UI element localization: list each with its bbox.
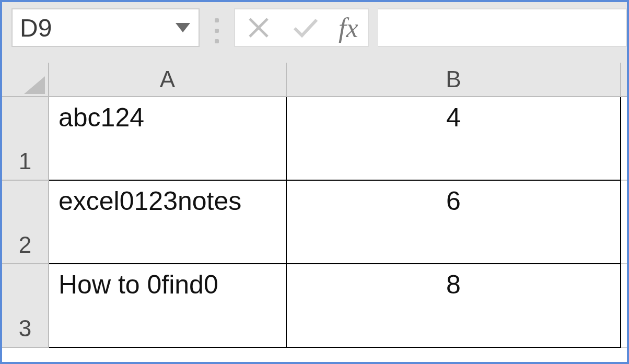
cell-C2[interactable]: [621, 181, 627, 264]
cancel-icon: [248, 17, 270, 39]
name-box-dropdown[interactable]: [167, 9, 199, 46]
cancel-button[interactable]: [235, 9, 282, 46]
cell-C3[interactable]: [621, 264, 627, 348]
cell-B2[interactable]: 6: [287, 181, 621, 264]
enter-button[interactable]: [282, 9, 329, 46]
name-box-input[interactable]: [13, 9, 167, 46]
select-all-triangle-icon: [24, 76, 45, 94]
insert-function-button[interactable]: fx: [329, 9, 368, 46]
svg-marker-3: [24, 76, 45, 94]
spreadsheet-grid: A B 1 abc124 4 2 excel0123notes 6 3 How …: [2, 63, 627, 348]
cell-A1[interactable]: abc124: [49, 97, 287, 181]
svg-marker-0: [176, 23, 190, 32]
cell-B1[interactable]: 4: [287, 97, 621, 181]
app-inner: fx A B 1 abc124 4 2 excel0123notes 6: [2, 2, 627, 348]
formula-bar-row: fx: [2, 8, 627, 53]
row-header-1[interactable]: 1: [2, 97, 49, 181]
column-header-A[interactable]: A: [49, 63, 287, 97]
column-header-next[interactable]: [621, 63, 627, 97]
cell-A2[interactable]: excel0123notes: [49, 181, 287, 264]
formula-bar-buttons: fx: [234, 8, 369, 47]
formula-bar-drag-handle[interactable]: [209, 8, 225, 53]
check-icon: [293, 17, 319, 39]
app-frame: fx A B 1 abc124 4 2 excel0123notes 6: [0, 0, 629, 364]
column-header-B[interactable]: B: [287, 63, 621, 97]
chevron-down-icon: [176, 23, 190, 32]
cell-A3[interactable]: How to 0find0: [49, 264, 287, 348]
select-all-corner[interactable]: [2, 63, 49, 97]
cell-C1[interactable]: [621, 97, 627, 181]
cell-B3[interactable]: 8: [287, 264, 621, 348]
row-header-2[interactable]: 2: [2, 181, 49, 264]
name-box[interactable]: [11, 8, 200, 47]
formula-input[interactable]: [378, 8, 627, 47]
row-header-3[interactable]: 3: [2, 264, 49, 348]
